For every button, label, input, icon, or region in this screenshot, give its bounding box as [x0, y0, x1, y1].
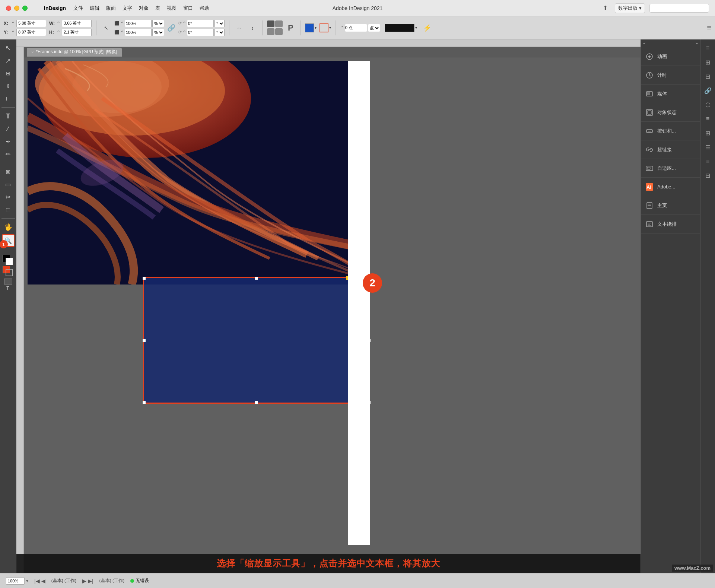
- document-tab[interactable]: × *Frames.indd @ 100% [GPU 预览] [转换]: [27, 48, 122, 57]
- menu-help[interactable]: 帮助: [200, 5, 209, 12]
- flip-vertical-icon[interactable]: ↕: [247, 23, 258, 33]
- strip-icon-5[interactable]: ⬡: [702, 99, 714, 110]
- panel-item-adobe[interactable]: Ai Adobe...: [641, 178, 700, 196]
- share-button[interactable]: ⬆: [600, 3, 610, 13]
- panel-item-hyperlinks[interactable]: 超链接: [641, 140, 700, 159]
- digital-pub-dropdown[interactable]: 数字出版 ▾: [615, 3, 645, 13]
- search-input[interactable]: [649, 4, 709, 13]
- maximize-button[interactable]: [22, 6, 28, 11]
- page-navigation-right: ▶ ▶|: [82, 578, 93, 584]
- close-button[interactable]: [6, 6, 11, 11]
- menu-table[interactable]: 表: [155, 5, 160, 12]
- rectangle-frame-tool[interactable]: ⊠: [2, 166, 15, 177]
- lightning-icon[interactable]: ⚡: [423, 24, 431, 32]
- free-transform-tool[interactable]: ⬚: [2, 204, 15, 215]
- scale-x-input[interactable]: [125, 20, 152, 27]
- content-collector-tool[interactable]: ⊢: [2, 93, 15, 104]
- menu-view[interactable]: 视图: [167, 5, 177, 12]
- tab-close-button[interactable]: ×: [31, 50, 34, 54]
- x-input[interactable]: [16, 20, 46, 27]
- preview-mode-button[interactable]: [4, 279, 12, 285]
- line-tool[interactable]: ∕: [2, 123, 15, 134]
- strip-icon-8[interactable]: ☰: [702, 142, 714, 153]
- menu-object[interactable]: 对象: [139, 5, 149, 12]
- panel-item-text-wrap[interactable]: 文本绕排: [641, 215, 700, 233]
- strip-icon-1[interactable]: ≡: [702, 42, 714, 54]
- zoom-input[interactable]: [6, 577, 25, 585]
- align-icons[interactable]: [267, 20, 274, 27]
- stroke-style-swatch[interactable]: [385, 24, 414, 32]
- stroke-color-swatch[interactable]: [320, 23, 328, 32]
- strip-icon-6[interactable]: ≡: [702, 113, 714, 124]
- handle-bottom-left[interactable]: [143, 401, 146, 404]
- fill-color-swatch[interactable]: [305, 23, 314, 32]
- menu-edit[interactable]: 编辑: [90, 5, 99, 12]
- pencil-tool[interactable]: ✏: [2, 149, 15, 160]
- svg-rect-19: [647, 167, 650, 169]
- scale-y-dropdown[interactable]: %: [152, 29, 164, 36]
- link-proportions-icon[interactable]: 🔗: [167, 24, 175, 32]
- stroke-dropdown-arrow[interactable]: ▾: [329, 26, 331, 30]
- strip-icon-4[interactable]: 🔗: [702, 85, 714, 96]
- zoom-tool[interactable]: 🔍 1: [2, 234, 15, 247]
- rectangle-tool[interactable]: ▭: [2, 179, 15, 190]
- scale-x-dropdown[interactable]: %: [152, 20, 164, 27]
- handle-bottom-middle[interactable]: [255, 401, 258, 404]
- strip-icon-9[interactable]: ≡: [702, 156, 714, 167]
- panel-item-animation[interactable]: 动画: [641, 47, 700, 66]
- panel-collapse-left[interactable]: «: [643, 41, 645, 45]
- zoom-dropdown-arrow[interactable]: ▾: [26, 578, 28, 584]
- panel-item-object-states[interactable]: 对象状态: [641, 103, 700, 122]
- h-input[interactable]: [62, 29, 92, 36]
- panel-item-timing[interactable]: 计时: [641, 66, 700, 85]
- minimize-button[interactable]: [14, 6, 19, 11]
- menu-type[interactable]: 文字: [123, 5, 132, 12]
- type-tool[interactable]: T: [2, 111, 15, 122]
- fill-dropdown-arrow[interactable]: ▾: [315, 26, 317, 30]
- menu-layout[interactable]: 版面: [106, 5, 116, 12]
- flip-horizontal-icon[interactable]: ↔: [234, 23, 244, 33]
- pen-tool[interactable]: ✒: [2, 136, 15, 147]
- align-icons4[interactable]: [275, 28, 283, 35]
- align-icons2[interactable]: [275, 20, 283, 27]
- rotation-input[interactable]: [187, 20, 214, 27]
- last-page-button[interactable]: ▶|: [88, 578, 93, 584]
- gap-tool[interactable]: ⇕: [2, 80, 15, 92]
- hand-tool[interactable]: 🖐: [2, 222, 15, 233]
- strip-icon-7[interactable]: ⊞: [702, 127, 714, 139]
- align-icons3[interactable]: [267, 28, 274, 35]
- app-name[interactable]: InDesign: [44, 5, 66, 11]
- handle-top-middle[interactable]: [255, 277, 258, 280]
- y-input[interactable]: [16, 29, 46, 36]
- first-page-button[interactable]: |◀: [34, 578, 40, 584]
- scissors-tool[interactable]: ✂: [2, 191, 15, 203]
- menu-window[interactable]: 窗口: [183, 5, 193, 12]
- y-coord-row: Y: ⌃: [4, 29, 46, 36]
- direct-selection-tool[interactable]: ↗: [2, 55, 15, 66]
- selected-text-frame[interactable]: [143, 277, 370, 404]
- selection-tool[interactable]: ↖: [2, 42, 15, 54]
- strip-icon-2[interactable]: ⊞: [702, 57, 714, 68]
- panel-item-master-pages[interactable]: 主页: [641, 196, 700, 215]
- panel-collapse-right[interactable]: »: [696, 41, 698, 45]
- panel-item-media[interactable]: 媒体: [641, 85, 700, 103]
- rotation-dropdown[interactable]: °: [214, 20, 225, 27]
- next-page-button[interactable]: ▶: [82, 578, 86, 584]
- prev-page-button[interactable]: ◀: [41, 578, 45, 584]
- panel-item-adaptive[interactable]: 自适应...: [641, 159, 700, 178]
- point-size-input[interactable]: [345, 24, 367, 32]
- point-unit-dropdown[interactable]: 点: [368, 24, 380, 32]
- panel-item-buttons[interactable]: 按钮和...: [641, 122, 700, 140]
- strip-icon-10[interactable]: ⊟: [702, 170, 714, 181]
- page-tool[interactable]: ⊞: [2, 68, 15, 79]
- more-options-button[interactable]: ≡: [707, 23, 711, 32]
- w-input[interactable]: [62, 20, 92, 27]
- shear-dropdown[interactable]: °: [214, 29, 225, 36]
- menu-file[interactable]: 文件: [73, 5, 83, 12]
- shear-input[interactable]: [187, 29, 214, 36]
- scale-y-input[interactable]: [125, 29, 152, 36]
- handle-middle-left[interactable]: [143, 339, 146, 342]
- stroke-style-arrow[interactable]: ▾: [415, 26, 417, 30]
- handle-top-left[interactable]: [143, 277, 146, 280]
- strip-icon-3[interactable]: ⊟: [702, 71, 714, 82]
